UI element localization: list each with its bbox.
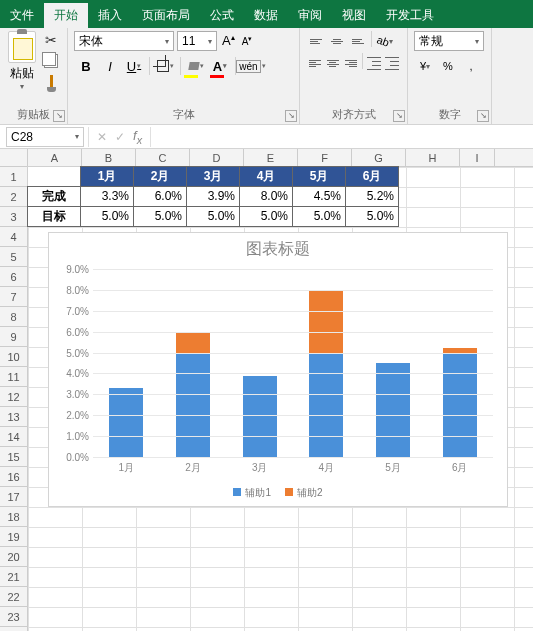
row-header[interactable]: 7 bbox=[0, 287, 27, 307]
col-header[interactable]: A bbox=[28, 149, 82, 166]
table-cell[interactable]: 3.3% bbox=[80, 186, 134, 207]
row-header[interactable]: 16 bbox=[0, 467, 27, 487]
decrease-font-button[interactable]: A▾ bbox=[240, 35, 255, 47]
increase-font-button[interactable]: A▴ bbox=[220, 33, 237, 48]
dialog-launcher-icon[interactable]: ↘ bbox=[53, 110, 65, 122]
table-cell[interactable]: 5.0% bbox=[133, 206, 187, 227]
dialog-launcher-icon[interactable]: ↘ bbox=[477, 110, 489, 122]
table-header-cell[interactable]: 6月 bbox=[345, 166, 399, 187]
align-top-button[interactable] bbox=[306, 31, 326, 51]
row-header[interactable]: 6 bbox=[0, 267, 27, 287]
row-header[interactable]: 3 bbox=[0, 207, 27, 227]
col-header[interactable]: F bbox=[298, 149, 352, 166]
row-header[interactable]: 22 bbox=[0, 587, 27, 607]
percent-button[interactable]: % bbox=[437, 55, 459, 77]
row-header[interactable]: 15 bbox=[0, 447, 27, 467]
font-name-select[interactable]: 宋体▾ bbox=[74, 31, 174, 51]
row-header[interactable]: 17 bbox=[0, 487, 27, 507]
border-button[interactable]: ▾ bbox=[153, 55, 177, 77]
chart[interactable]: 图表标题 1月2月3月4月5月6月 0.0%1.0%2.0%3.0%4.0%5.… bbox=[48, 232, 508, 507]
table-header-cell[interactable]: 5月 bbox=[292, 166, 346, 187]
tab-2[interactable]: 插入 bbox=[88, 3, 132, 28]
table-cell[interactable]: 5.2% bbox=[345, 186, 399, 207]
bar[interactable] bbox=[243, 376, 277, 457]
cut-button[interactable]: ✂ bbox=[41, 31, 61, 49]
tab-5[interactable]: 数据 bbox=[244, 3, 288, 28]
col-header[interactable]: I bbox=[460, 149, 495, 166]
font-size-select[interactable]: 11▾ bbox=[177, 31, 217, 51]
bar[interactable] bbox=[109, 388, 143, 457]
tab-1[interactable]: 开始 bbox=[44, 3, 88, 28]
col-header[interactable]: C bbox=[136, 149, 190, 166]
row-header[interactable]: 2 bbox=[0, 187, 27, 207]
bar[interactable] bbox=[376, 363, 410, 457]
tab-0[interactable]: 文件 bbox=[0, 3, 44, 28]
col-header[interactable]: E bbox=[244, 149, 298, 166]
table-cell[interactable]: 5.0% bbox=[292, 206, 346, 227]
italic-button[interactable]: I bbox=[98, 55, 122, 77]
cells-area[interactable]: 1月2月3月4月5月6月完成3.3%6.0%3.9%8.0%4.5%5.2%目标… bbox=[28, 167, 533, 631]
row-header[interactable]: 5 bbox=[0, 247, 27, 267]
row-header[interactable]: 23 bbox=[0, 607, 27, 627]
table-row-label[interactable]: 目标 bbox=[27, 206, 81, 227]
row-header[interactable]: 1 bbox=[0, 167, 27, 187]
table-header-cell[interactable]: 3月 bbox=[186, 166, 240, 187]
cancel-icon[interactable]: ✕ bbox=[97, 130, 107, 144]
row-header[interactable]: 12 bbox=[0, 387, 27, 407]
font-color-button[interactable]: A▾ bbox=[208, 55, 232, 77]
select-all-corner[interactable] bbox=[0, 149, 28, 166]
tab-4[interactable]: 公式 bbox=[200, 3, 244, 28]
dialog-launcher-icon[interactable]: ↘ bbox=[285, 110, 297, 122]
format-painter-button[interactable] bbox=[41, 73, 61, 91]
phonetic-button[interactable]: wén▾ bbox=[239, 55, 263, 77]
table-cell[interactable]: 6.0% bbox=[133, 186, 187, 207]
dialog-launcher-icon[interactable]: ↘ bbox=[393, 110, 405, 122]
fx-icon[interactable]: fx bbox=[133, 128, 142, 146]
number-format-select[interactable]: 常规▾ bbox=[414, 31, 484, 51]
orientation-button[interactable]: ab▾ bbox=[375, 31, 395, 51]
table-cell[interactable]: 5.0% bbox=[186, 206, 240, 227]
col-header[interactable]: G bbox=[352, 149, 406, 166]
col-header[interactable]: B bbox=[82, 149, 136, 166]
confirm-icon[interactable]: ✓ bbox=[115, 130, 125, 144]
tab-6[interactable]: 审阅 bbox=[288, 3, 332, 28]
table-cell[interactable]: 4.5% bbox=[292, 186, 346, 207]
table-header-cell[interactable]: 1月 bbox=[80, 166, 134, 187]
underline-button[interactable]: U▾ bbox=[122, 55, 146, 77]
row-header[interactable]: 10 bbox=[0, 347, 27, 367]
col-header[interactable]: D bbox=[190, 149, 244, 166]
bold-button[interactable]: B bbox=[74, 55, 98, 77]
comma-button[interactable]: , bbox=[460, 55, 482, 77]
name-box[interactable]: C28▾ bbox=[6, 127, 84, 147]
bar[interactable] bbox=[443, 348, 477, 457]
align-left-button[interactable] bbox=[306, 53, 323, 73]
table-header-cell[interactable]: 2月 bbox=[133, 166, 187, 187]
row-header[interactable]: 4 bbox=[0, 227, 27, 247]
align-center-button[interactable] bbox=[324, 53, 341, 73]
table-header-cell[interactable]: 4月 bbox=[239, 166, 293, 187]
row-header[interactable]: 8 bbox=[0, 307, 27, 327]
fill-color-button[interactable]: ▾ bbox=[184, 55, 208, 77]
row-header[interactable]: 11 bbox=[0, 367, 27, 387]
table-cell[interactable]: 8.0% bbox=[239, 186, 293, 207]
col-header[interactable]: H bbox=[406, 149, 460, 166]
tab-7[interactable]: 视图 bbox=[332, 3, 376, 28]
tab-8[interactable]: 开发工具 bbox=[376, 3, 444, 28]
paste-dropdown-icon[interactable]: ▾ bbox=[6, 82, 37, 91]
row-header[interactable]: 13 bbox=[0, 407, 27, 427]
cell[interactable] bbox=[27, 166, 81, 187]
row-header[interactable]: 20 bbox=[0, 547, 27, 567]
formula-input[interactable] bbox=[150, 127, 533, 147]
row-header[interactable]: 21 bbox=[0, 567, 27, 587]
decrease-indent-button[interactable] bbox=[366, 53, 383, 73]
row-header[interactable]: 14 bbox=[0, 427, 27, 447]
paste-button[interactable]: 粘贴 ▾ bbox=[6, 31, 37, 91]
row-header[interactable]: 9 bbox=[0, 327, 27, 347]
row-header[interactable]: 18 bbox=[0, 507, 27, 527]
increase-indent-button[interactable] bbox=[384, 53, 401, 73]
table-cell[interactable]: 5.0% bbox=[239, 206, 293, 227]
row-header[interactable]: 24 bbox=[0, 627, 27, 631]
align-bottom-button[interactable] bbox=[348, 31, 368, 51]
tab-3[interactable]: 页面布局 bbox=[132, 3, 200, 28]
table-cell[interactable]: 5.0% bbox=[345, 206, 399, 227]
